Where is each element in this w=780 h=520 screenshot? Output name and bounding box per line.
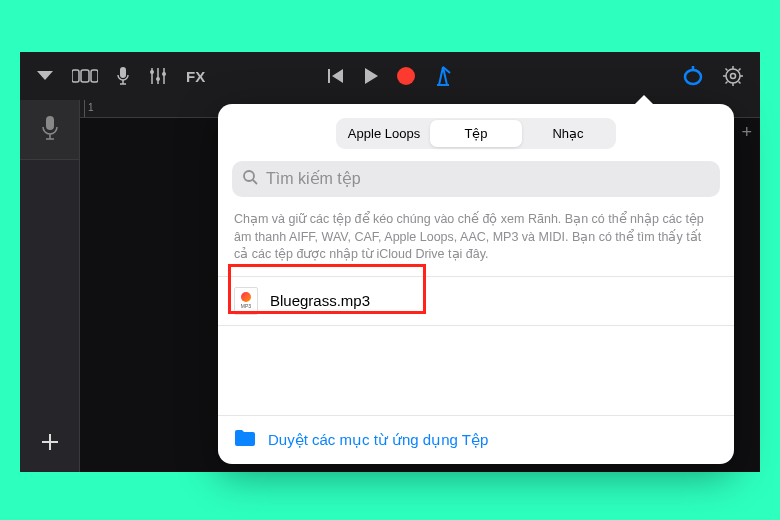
- svg-rect-2: [91, 70, 98, 82]
- file-list: MP3 Bluegrass.mp3: [218, 276, 734, 416]
- svg-point-7: [150, 70, 154, 74]
- ruler-mark-1: 1: [88, 102, 94, 113]
- mixer-icon[interactable]: [148, 66, 168, 86]
- toolbar: FX: [20, 52, 760, 100]
- folder-icon: [234, 429, 256, 451]
- track-sidebar: [20, 100, 80, 472]
- svg-point-31: [244, 171, 254, 181]
- file-row[interactable]: MP3 Bluegrass.mp3: [218, 276, 734, 326]
- svg-line-23: [739, 82, 741, 84]
- track-view-button[interactable]: [72, 68, 98, 84]
- search-input[interactable]: [266, 170, 710, 188]
- svg-point-17: [731, 74, 736, 79]
- svg-line-24: [726, 82, 728, 84]
- tab-apple-loops[interactable]: Apple Loops: [338, 120, 430, 147]
- svg-point-16: [726, 69, 740, 83]
- metronome-button[interactable]: [433, 65, 453, 87]
- fx-button[interactable]: FX: [186, 68, 205, 85]
- svg-point-9: [156, 77, 160, 81]
- svg-point-11: [162, 72, 166, 76]
- svg-line-32: [253, 180, 257, 184]
- mic-track-icon: [41, 115, 59, 145]
- svg-rect-0: [72, 70, 79, 82]
- track-header-audio[interactable]: [20, 100, 79, 160]
- browse-files-label: Duyệt các mục từ ứng dụng Tệp: [268, 431, 488, 449]
- toolbar-left: FX: [36, 66, 205, 86]
- record-icon: [397, 67, 415, 85]
- search-icon: [242, 169, 258, 189]
- svg-rect-3: [120, 67, 126, 78]
- loop-browser-button[interactable]: [682, 65, 704, 87]
- file-name-label: Bluegrass.mp3: [270, 292, 370, 309]
- audio-file-icon: MP3: [234, 287, 258, 315]
- rewind-button[interactable]: [327, 67, 345, 85]
- svg-rect-1: [81, 70, 89, 82]
- hint-text: Chạm và giữ các tệp để kéo chúng vào chế…: [234, 211, 718, 264]
- tab-files[interactable]: Tệp: [430, 120, 522, 147]
- svg-line-25: [739, 69, 741, 71]
- source-segmented-control: Apple Loops Tệp Nhạc: [336, 118, 616, 149]
- transport-controls: [327, 65, 453, 87]
- settings-button[interactable]: [722, 65, 744, 87]
- browse-files-footer[interactable]: Duyệt các mục từ ứng dụng Tệp: [218, 415, 734, 464]
- toolbar-right: [682, 65, 744, 87]
- add-track-button[interactable]: [20, 412, 80, 472]
- microphone-icon[interactable]: [116, 66, 130, 86]
- svg-rect-12: [328, 69, 330, 83]
- view-menu-button[interactable]: [36, 70, 54, 82]
- record-button[interactable]: [397, 67, 415, 85]
- svg-line-22: [726, 69, 728, 71]
- tab-music[interactable]: Nhạc: [522, 120, 614, 147]
- loop-browser-popover: Apple Loops Tệp Nhạc Chạm và giữ các tệp…: [218, 104, 734, 464]
- svg-rect-26: [46, 116, 54, 130]
- play-button[interactable]: [363, 67, 379, 85]
- add-section-button[interactable]: +: [741, 122, 752, 143]
- search-bar[interactable]: [232, 161, 720, 197]
- svg-point-15: [685, 70, 701, 84]
